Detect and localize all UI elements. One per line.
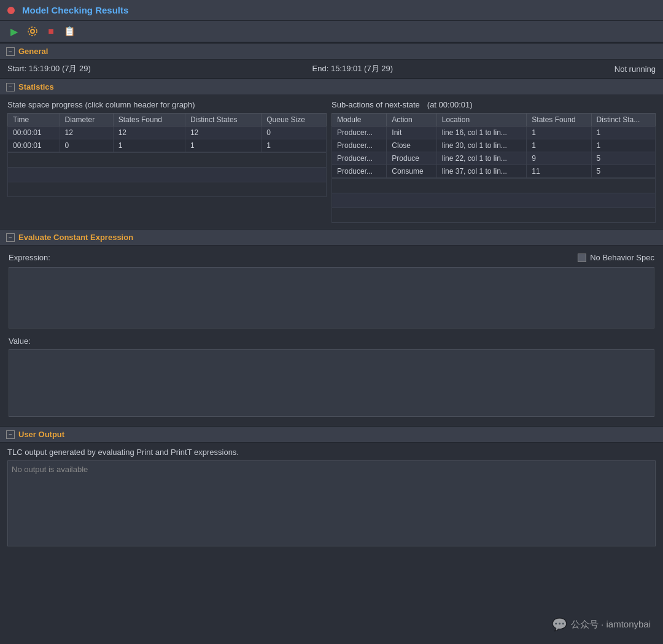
col-time[interactable]: Time [8, 114, 60, 126]
general-content: Start: 15:19:00 (7月 29) End: 15:19:01 (7… [0, 60, 663, 79]
output-description: TLC output generated by evaluating Print… [7, 448, 656, 457]
table-row: Producer...Produceline 22, col 1 to lin.… [332, 152, 656, 165]
svg-point-1 [28, 27, 37, 36]
table-row: Producer...Consumeline 37, col 1 to lin.… [332, 165, 656, 178]
table-row: 00:00:011212120 [8, 126, 327, 139]
state-space-label: State space progress (click column heade… [7, 100, 327, 109]
statistics-collapse-btn[interactable]: − [6, 83, 15, 91]
expression-row: Expression: No Behavior Spec [9, 253, 654, 262]
watermark-text: 公众号 · iamtonybai [571, 619, 651, 630]
col-distinct-states[interactable]: Distinct States [185, 114, 261, 126]
evaluate-content: Expression: No Behavior Spec Value: [0, 246, 663, 426]
user-output-collapse-btn[interactable]: − [6, 430, 15, 439]
evaluate-section-title: Evaluate Constant Expression [18, 233, 133, 242]
sub-actions-empty [332, 178, 656, 223]
sub-actions-header-row: Sub-actions of next-state (at 00:00:01) [332, 100, 656, 109]
no-behavior-label: No Behavior Spec [590, 253, 654, 262]
statistics-section-header: − Statistics [0, 79, 663, 95]
col-states-found-r[interactable]: States Found [527, 114, 591, 126]
no-behavior-checkbox[interactable] [578, 254, 586, 262]
table-row: Producer...Initline 16, col 1 to lin...1… [332, 126, 656, 139]
state-space-empty [7, 152, 327, 197]
table-row: Producer...Closeline 30, col 1 to lin...… [332, 139, 656, 152]
user-output-content: TLC output generated by evaluating Print… [0, 443, 663, 551]
evaluate-section-header: − Evaluate Constant Expression [0, 229, 663, 246]
expression-label: Expression: [9, 253, 50, 262]
sub-actions-label: Sub-actions of next-state [332, 100, 420, 109]
general-collapse-btn[interactable]: − [6, 47, 15, 56]
expression-input[interactable] [9, 267, 654, 328]
col-states-found[interactable]: States Found [113, 114, 185, 126]
table-row: 00:00:010111 [8, 139, 327, 152]
toolbar: ▶ ■ 📋 [0, 21, 663, 43]
no-output-text: No output is available [12, 465, 88, 474]
svg-point-0 [31, 29, 34, 33]
col-diameter[interactable]: Diameter [60, 114, 113, 126]
copy-button[interactable]: 📋 [63, 25, 76, 38]
value-label: Value: [9, 336, 654, 346]
stats-tables-container: State space progress (click column heade… [7, 100, 656, 223]
sub-actions-table: Module Action Location States Found Dist… [332, 113, 656, 178]
user-output-section-title: User Output [18, 430, 64, 439]
end-time: End: 15:19:01 (7月 29) [312, 63, 394, 74]
evaluate-collapse-btn[interactable]: − [6, 233, 15, 242]
col-module[interactable]: Module [332, 114, 387, 126]
statistics-content: State space progress (click column heade… [0, 95, 663, 225]
col-action[interactable]: Action [387, 114, 436, 126]
state-space-table: Time Diameter States Found Distinct Stat… [7, 113, 327, 152]
gear-button[interactable] [26, 25, 39, 38]
col-distinct-states-r[interactable]: Distinct Sta... [591, 114, 655, 126]
col-location[interactable]: Location [436, 114, 527, 126]
col-queue-size[interactable]: Queue Size [262, 114, 327, 126]
value-output [9, 349, 654, 417]
play-button[interactable]: ▶ [7, 25, 21, 38]
title-bar: Model Checking Results [0, 0, 663, 21]
right-stats: Sub-actions of next-state (at 00:00:01) … [327, 100, 656, 223]
user-output-section-header: − User Output [0, 426, 663, 443]
window-title: Model Checking Results [22, 5, 128, 15]
no-behavior-row: No Behavior Spec [578, 253, 654, 262]
traffic-light-icon [7, 7, 15, 14]
start-time: Start: 15:19:00 (7月 29) [7, 63, 91, 74]
statistics-section-title: Statistics [18, 82, 54, 91]
sub-actions-time: (at 00:00:01) [427, 100, 473, 109]
general-section-header: − General [0, 43, 663, 60]
output-area: No output is available [7, 460, 656, 546]
running-status: Not running [615, 64, 656, 74]
general-section-title: General [18, 47, 48, 56]
left-stats: State space progress (click column heade… [7, 100, 327, 197]
watermark: 💬 公众号 · iamtonybai [552, 617, 651, 632]
stop-button[interactable]: ■ [44, 25, 58, 38]
